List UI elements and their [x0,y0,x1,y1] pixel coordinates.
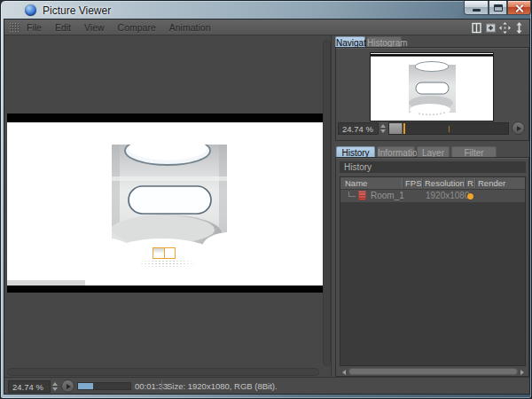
render-clip-icon [358,191,366,200]
render-status-dot [467,193,473,200]
row-name: Room_1 [371,190,404,202]
menu-compare[interactable]: Compare [118,22,156,33]
tree-branch-icon [348,192,356,197]
render-progress-bar [77,382,131,390]
navigator-play-button[interactable] [512,121,525,135]
history-panel: History Name FPS Resolution R Render Tim… [335,157,529,377]
viewport-vertical-scrollbar[interactable] [323,40,331,366]
row-resolution: 1920x1080 [426,190,470,202]
zoom-slider-marker [403,123,405,134]
image-viewport[interactable] [4,35,332,377]
shadow-dither [140,260,197,269]
bucket-cell [153,247,164,259]
zoom-slider-midtick [449,126,450,132]
scroll-right-icon[interactable] [520,370,524,375]
history-table: Name FPS Resolution R Render Time Room_1… [340,176,526,366]
status-separator [161,380,162,391]
navigator-panel: 24.74 % [335,47,529,141]
history-horizontal-scrollbar[interactable] [340,368,526,376]
history-section-title: History [340,161,526,173]
app-sphere-icon [25,4,36,16]
scrollbar-thumb[interactable] [348,368,518,375]
menu-animation[interactable]: Animation [169,22,211,33]
thumbnail-image [371,53,493,121]
pan-move-icon[interactable] [499,22,511,34]
statusbar-play-button[interactable] [61,379,74,393]
history-table-header: Name FPS Resolution R Render Time [340,177,525,189]
titlebar[interactable]: Picture Viewer [1,1,531,20]
scroll-left-icon[interactable] [342,370,346,375]
menu-grip-icon[interactable] [9,22,20,32]
close-icon [515,4,524,12]
rendered-region [112,145,227,260]
render-canvas[interactable] [7,113,323,293]
statusbar: 24.74 % 00:01:33 Size: 1920x1080, RGB (8… [4,377,529,394]
history-row-room1[interactable]: Room_1 1920x1080 [340,190,525,202]
split-panel-icon[interactable] [471,22,482,34]
resize-vertical-icon[interactable] [513,22,525,34]
play-icon [66,384,71,389]
bucket-cell [164,247,176,259]
statusbar-zoom-stepper[interactable] [52,381,59,392]
app-body: File Edit View Compare Animation [4,20,529,394]
viewport-horizontal-scrollbar[interactable] [7,368,319,376]
image-black-bar-top [7,113,323,122]
play-icon [517,126,521,131]
picture-viewer-window: Picture Viewer File Edit View Compare An… [0,0,532,399]
navigator-thumbnail[interactable] [370,52,494,121]
render-progress-fill [78,383,93,389]
minimize-icon [473,9,481,12]
maximize-icon [494,4,503,12]
image-black-bar-bottom [7,286,323,293]
menu-file[interactable]: File [27,22,42,33]
statusbar-zoom-value[interactable]: 24.74 % [8,380,51,393]
image-partial-strip [7,280,85,286]
minimize-button[interactable] [464,1,489,15]
elapsed-time: 00:01:33 [135,381,168,391]
close-button[interactable] [507,1,531,15]
zoom-slider-handle[interactable] [389,123,403,134]
col-r[interactable]: R [467,177,473,189]
navigator-zoom-slider[interactable] [388,122,509,135]
col-fps[interactable]: FPS [405,177,421,189]
menu-view[interactable]: View [84,22,105,33]
col-name[interactable]: Name [345,177,367,189]
render-bucket-indicator [153,247,176,259]
menubar: File Edit View Compare Animation [4,20,529,35]
maximize-button[interactable] [489,1,507,15]
window-title: Picture Viewer [43,4,111,17]
navigator-zoom-stepper[interactable] [380,123,387,134]
image-size-info: Size: 1920x1080, RGB (8Bit). [167,381,278,391]
navigator-zoom-value[interactable]: 24.74 % [338,122,379,135]
col-resolution[interactable]: Resolution [425,177,465,189]
add-panel-icon[interactable] [485,22,497,34]
menu-edit[interactable]: Edit [55,22,71,33]
